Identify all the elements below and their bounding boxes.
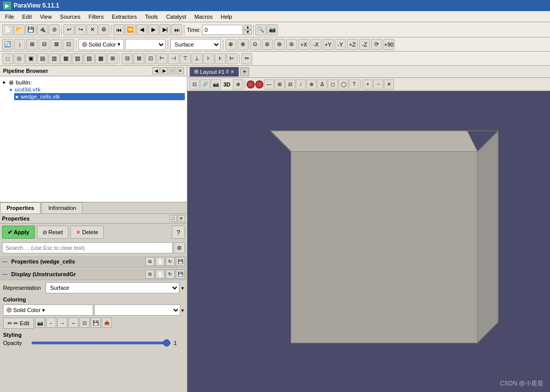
tab-information[interactable]: Information [42, 202, 83, 213]
cam-btn[interactable]: ⊞ [26, 39, 37, 50]
vt-interact10[interactable]: ◯ [338, 79, 348, 90]
menu-edit[interactable]: Edit [18, 13, 36, 21]
delete-button[interactable]: ✕ Delete [70, 226, 104, 239]
vt-interact11[interactable]: ? [349, 79, 359, 90]
reset-cam-btn[interactable]: ⟳ [371, 39, 382, 50]
colormap-dropdown[interactable] [125, 39, 166, 50]
vt-interact3[interactable]: — [264, 79, 274, 90]
redo-btn[interactable]: ↪ [75, 24, 86, 35]
menu-sources[interactable]: Sources [56, 13, 84, 21]
vt-interact7[interactable]: ⊕ [306, 79, 317, 90]
pipeline-close[interactable]: ✕ [177, 67, 184, 74]
macro17-btn[interactable]: ⊥ [191, 53, 203, 64]
cam2-btn[interactable]: ⊟ [38, 39, 50, 50]
undo-btn[interactable]: ↩ [63, 24, 74, 35]
section1-save[interactable]: 💾 [176, 257, 185, 266]
delete-btn[interactable]: ✕ [87, 24, 98, 35]
section2-save[interactable]: 💾 [176, 270, 185, 279]
vt-interact13[interactable]: − [373, 79, 383, 90]
cam4-btn[interactable]: ⊡ [63, 39, 74, 50]
solid-color-dropdown2[interactable]: Solid Color ▾ [3, 304, 93, 316]
menu-filters[interactable]: Filters [85, 13, 108, 21]
orient3-btn[interactable]: ⊙ [250, 39, 261, 50]
xyz2-btn[interactable]: -X [310, 39, 322, 50]
props-maximize[interactable]: □ [170, 215, 177, 222]
xyz6-btn[interactable]: -Z [359, 39, 370, 50]
vt-interact4[interactable]: ⊞ [274, 79, 285, 90]
opacity-slider[interactable] [31, 341, 171, 344]
vt-interact12[interactable]: + [363, 79, 373, 90]
ts5-btn[interactable]: ⊡ [80, 318, 90, 328]
orient4-btn[interactable]: ⊚ [262, 39, 273, 50]
time-up-btn[interactable]: ▲ [244, 25, 252, 30]
search-camera-btn[interactable]: 🔍 [255, 24, 266, 35]
disconnect-btn[interactable]: ⊘ [49, 24, 60, 35]
tab-properties[interactable]: Properties [0, 202, 41, 213]
macro13-btn[interactable]: ⊡ [145, 53, 156, 64]
surface-dropdown[interactable]: Surface [170, 39, 221, 50]
pipeline-arrow-left[interactable]: ◀ [152, 67, 160, 74]
step-back-btn[interactable]: ◀ [136, 24, 147, 35]
menu-extractors[interactable]: Extractors [108, 13, 141, 21]
vtk-btn[interactable]: 🔄 [2, 39, 13, 50]
orient5-btn[interactable]: ⊛ [274, 39, 285, 50]
macro11-btn[interactable]: ⊟ [122, 53, 133, 64]
vt-interact5[interactable]: ⊟ [285, 79, 295, 90]
apply-button[interactable]: ✔ Apply [2, 226, 35, 239]
view-tab-1[interactable]: ⊞ Layout #1 # ✕ [189, 67, 239, 77]
menu-tools[interactable]: Tools [141, 13, 162, 21]
menu-file[interactable]: File [1, 13, 18, 21]
section2-copy[interactable]: ⧉ [145, 270, 154, 279]
ts7-btn[interactable]: 📤 [102, 318, 112, 328]
ts2-btn[interactable]: ← [46, 318, 56, 328]
vt-cam-link[interactable]: 🔗 [200, 79, 210, 90]
xyz5-btn[interactable]: +Z [347, 39, 358, 50]
macro8-btn[interactable]: ▨ [84, 53, 95, 64]
plus90-btn[interactable]: +90 [383, 39, 395, 50]
macro9-btn[interactable]: ▩ [95, 53, 106, 64]
vt-reset-cam[interactable]: ⊡ [189, 79, 200, 90]
snapshot-btn[interactable]: 📷 [267, 24, 278, 35]
orient1-btn[interactable]: ⊕ [225, 39, 237, 50]
edit-button[interactable]: ✏ ✏ Edit [3, 318, 34, 329]
pencil-btn[interactable]: ✏ [241, 53, 252, 64]
vt-interact1[interactable] [247, 80, 255, 89]
play-btn[interactable]: ▶ [148, 24, 159, 35]
macro2-btn[interactable]: ◎ [14, 53, 25, 64]
prev-btn[interactable]: ⏪ [125, 24, 136, 35]
macro16-btn[interactable]: ⊤ [180, 53, 191, 64]
pipeline-item2[interactable]: ● wedge_cells.vtk [14, 93, 185, 100]
step-fwd-btn[interactable]: ▶| [160, 24, 171, 35]
vt-screenshot[interactable]: 📷 [211, 79, 221, 90]
viewport[interactable]: CSDN @小星星· [187, 91, 550, 392]
pipeline-maximize[interactable]: □ [169, 67, 176, 74]
macro15-btn[interactable]: ⊣ [168, 53, 179, 64]
section1-copy[interactable]: ⧉ [145, 257, 154, 266]
help-button[interactable]: ? [172, 226, 185, 239]
ts1-btn[interactable]: 📷 [35, 318, 45, 328]
ts4-btn[interactable]: ↔ [68, 318, 78, 328]
search-settings-btn[interactable]: ⚙ [174, 242, 185, 253]
solid-color-dropdown[interactable]: Solid Color ▾ [78, 39, 124, 50]
macro20-btn[interactable]: ⊨ [226, 53, 238, 64]
macro3-btn[interactable]: ▣ [25, 53, 36, 64]
colormap-dropdown2[interactable] [94, 304, 180, 316]
view-tab-close[interactable]: ✕ [230, 69, 234, 74]
section2-doc[interactable]: 📄 [155, 270, 165, 279]
reset-button[interactable]: ⊘ Reset [37, 226, 69, 239]
search-input[interactable] [2, 242, 173, 253]
interact-btn[interactable]: ↕ [14, 39, 25, 50]
orient6-btn[interactable]: ⊜ [286, 39, 297, 50]
pipeline-item1[interactable]: ● ucd3d.vtk [8, 86, 185, 93]
macro7-btn[interactable]: ▧ [72, 53, 83, 64]
macro1-btn[interactable]: □ [2, 53, 13, 64]
macro6-btn[interactable]: ▦ [60, 53, 71, 64]
vt-interact14[interactable]: ✕ [384, 79, 394, 90]
view-add-btn[interactable]: + [240, 67, 249, 76]
macro19-btn[interactable]: ⊧ [215, 53, 226, 64]
vt-zoom[interactable]: ⊕ [233, 79, 243, 90]
connect-btn[interactable]: 🔌 [37, 24, 48, 35]
section1-refresh[interactable]: ↻ [166, 257, 175, 266]
orient2-btn[interactable]: ⊗ [238, 39, 249, 50]
section1-doc[interactable]: 📄 [155, 257, 165, 266]
